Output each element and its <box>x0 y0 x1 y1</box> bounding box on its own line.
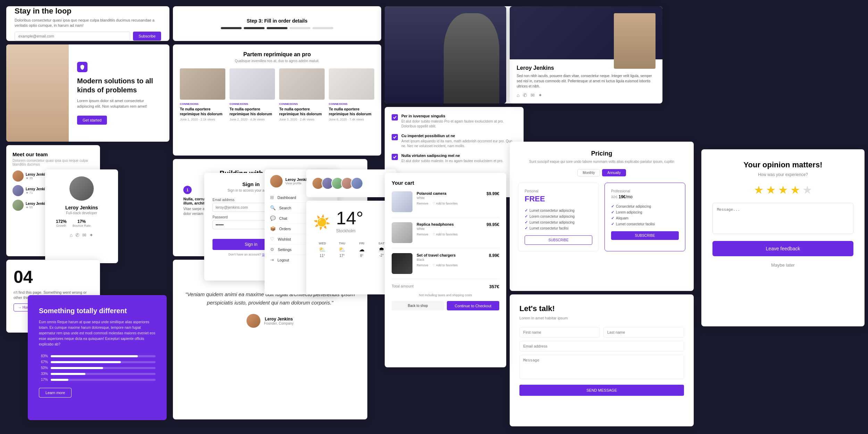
product-item: CONNEXIONS Te nulla oportere reprimique … <box>229 68 275 121</box>
star-3[interactable]: ★ <box>778 183 788 197</box>
add-favorites-button[interactable]: ♡ Add to favorites <box>433 264 458 267</box>
solutions-image <box>6 44 69 142</box>
step-5 <box>312 27 333 29</box>
lastname-input[interactable] <box>603 327 684 337</box>
profile-card: Leroy Jenkins Sed non nibh iaculis, posu… <box>510 6 662 103</box>
newsletter-card: Stay in the loop Doloribus consectetur q… <box>6 6 169 41</box>
pricing-card: Pricing Sunt suscipif eaque qui sore und… <box>510 142 694 291</box>
social-avatars-card <box>306 169 397 197</box>
message-input[interactable] <box>519 355 684 379</box>
newsletter-description: Doloribus consectetur quasi ipsa quo neq… <box>15 18 161 28</box>
star-2[interactable]: ★ <box>766 183 776 197</box>
back-to-shop-button[interactable]: Back to shop <box>392 301 444 310</box>
temperature: 14° <box>336 208 364 228</box>
profile-photo <box>614 13 656 69</box>
dev-avatar <box>69 176 94 201</box>
personal-subscribe-button[interactable]: SUBSCRIBE <box>525 235 592 245</box>
cart-item: Replica headphones White Remove ♡ Add to… <box>392 222 499 248</box>
cart-item-thumb <box>392 253 412 274</box>
cart-item-thumb <box>392 191 412 212</box>
check-item: Per in iuvenque singulis Et alut dolor s… <box>392 114 517 129</box>
check-item: Cu imperdet possibiliun ut ne Amet ipsum… <box>392 134 517 149</box>
silhouette-bg <box>385 6 506 103</box>
face-photo <box>6 44 69 142</box>
talk-heading: Let's talk! <box>519 304 684 313</box>
remove-button[interactable]: Remove <box>417 233 428 236</box>
pricing-grid: Personal FREE Lumet consectetur adipisci… <box>518 183 685 251</box>
dev-profile-card: Leroy Jenkins Full-stack developer 172%G… <box>45 169 118 263</box>
add-favorites-button[interactable]: ♡ Add to favorites <box>433 202 458 205</box>
star-1[interactable]: ★ <box>754 183 764 197</box>
twitter-icon: ✉ <box>531 92 535 98</box>
chat-icon: 💬 <box>270 216 276 221</box>
step-3 <box>267 27 287 29</box>
silhouette-figure <box>444 13 499 103</box>
cart-item: Polaroid camera White Remove ♡ Add to fa… <box>392 191 499 217</box>
star-4[interactable]: ★ <box>790 183 800 197</box>
star-rating[interactable]: ★ ★ ★ ★ ★ <box>712 183 853 197</box>
products-card: Partem reprimique an pro Qualisque inven… <box>173 44 381 156</box>
pricing-subtext: Sunt suscipif eaque qui sore undo labore… <box>518 159 685 164</box>
email-icon: ✦ <box>89 232 93 238</box>
social-avatars <box>312 177 363 190</box>
subscribe-button[interactable]: Subscribe <box>133 32 161 41</box>
dashboard-icon: ⊞ <box>270 195 274 200</box>
product-thumb <box>279 68 325 100</box>
feedback-message[interactable] <box>712 203 853 234</box>
talk-card: Let's talk! Lorem in amet habitar ipsum … <box>510 294 694 426</box>
checkout-card: Step 3: Fill in order details <box>173 6 381 41</box>
cart-item: Set of travel chargers Black Remove ♡ Ad… <box>392 253 499 279</box>
github-icon: ⌂ <box>70 232 73 238</box>
get-started-button[interactable]: Get started <box>77 116 107 125</box>
author-name: Leroy Jenkins <box>264 317 293 322</box>
check-item: Nulla virtuten sadipscing mel ne Et alut… <box>392 153 517 164</box>
phone-icon: ✆ <box>523 92 527 98</box>
item-price: 99.95€ <box>486 222 499 243</box>
email-icon: ✦ <box>538 92 542 98</box>
remove-button[interactable]: Remove <box>417 202 428 205</box>
social-avatar <box>351 177 363 190</box>
star-5[interactable]: ★ <box>802 183 812 197</box>
products-heading: Partem reprimique an pro <box>180 51 374 58</box>
feedback-card: Your opinion matters! How was your exper… <box>701 149 865 326</box>
learn-more-button[interactable]: Learn more <box>39 388 72 398</box>
dev-social-icons: ⌂ ✆ ✉ ✦ <box>52 232 111 238</box>
firstname-field <box>519 327 600 337</box>
products-subtext: Qualisque invenillea nos at, duo to agro… <box>180 59 374 63</box>
cart-card: Your cart Polaroid camera White Remove ♡… <box>385 173 506 367</box>
add-favorites-button[interactable]: ♡ Add to favorites <box>433 233 458 236</box>
product-thumb <box>329 68 374 100</box>
lastname-field <box>603 327 684 337</box>
city: Stockholm <box>336 228 364 233</box>
pro-subscribe-button[interactable]: SUBSCRIBE <box>611 231 679 240</box>
solutions-card: Modern solutions to all kinds of problem… <box>6 44 169 142</box>
product-item: CONNEXIONS Te nulla oportere reprimique … <box>180 68 225 121</box>
logout-icon: ⇥ <box>270 257 274 262</box>
settings-icon: ⚙ <box>270 247 274 252</box>
solutions-description: Lorem ipsum dolor sit amet consectetur a… <box>77 98 161 109</box>
annually-toggle[interactable]: Annually <box>602 169 626 176</box>
different-card: Something totally different Eum omnis Re… <box>28 295 167 420</box>
product-item: CONNEXIONS Te nulla oportere reprimique … <box>329 68 374 121</box>
phone-icon: ✆ <box>75 232 80 238</box>
feedback-subtext: How was your experience? <box>712 172 853 177</box>
email-input[interactable] <box>519 341 684 351</box>
remove-button[interactable]: Remove <box>417 264 428 267</box>
checkout-button[interactable]: Continue to Checkout <box>447 301 499 310</box>
testimonial-author: Leroy Jenkins Founder, Company <box>247 314 293 328</box>
send-message-button[interactable]: SEND MESSAGE <box>519 385 684 396</box>
product-thumb <box>180 68 225 100</box>
monthly-toggle[interactable]: Monthly <box>577 169 600 176</box>
search-icon: 🔍 <box>270 205 276 210</box>
step-1 <box>221 27 242 29</box>
profile-background <box>510 6 662 59</box>
professional-plan: Professional 32€ 19€/mo Consectetur adip… <box>604 183 685 251</box>
talk-form <box>519 327 684 381</box>
firstname-input[interactable] <box>519 327 600 337</box>
checkout-heading: Step 3: Fill in order details <box>247 18 307 24</box>
maybe-later-button[interactable]: Maybe later <box>712 260 853 270</box>
profile-bio: Sed non nibh iaculis, posuere diam vitae… <box>517 73 656 89</box>
twitter-icon: ✉ <box>82 232 86 238</box>
leave-feedback-button[interactable]: Leave feedback <box>712 241 853 256</box>
newsletter-input[interactable] <box>15 32 130 41</box>
